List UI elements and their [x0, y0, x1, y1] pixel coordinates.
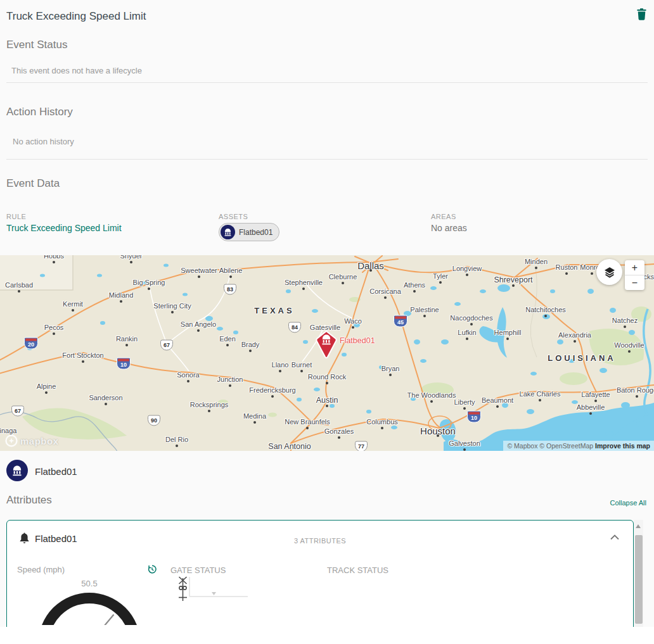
map-town-dot: [535, 267, 537, 269]
divider: [6, 82, 648, 83]
delete-event-button[interactable]: [637, 8, 646, 23]
card-asset-title: Flatbed01: [35, 533, 77, 544]
map-label: Alexandria: [558, 331, 591, 339]
map-label: Junction: [217, 376, 243, 383]
action-history-heading: Action History: [6, 106, 73, 118]
map-label: Palestine: [410, 306, 439, 313]
map-town-dot: [423, 315, 426, 317]
areas-value: No areas: [431, 223, 467, 233]
map-town-dot: [591, 272, 593, 275]
map-town-dot: [466, 274, 468, 276]
map-town-dot: [439, 281, 442, 284]
map-town-dot: [384, 296, 387, 299]
map-town-dot: [306, 427, 309, 429]
history-icon[interactable]: [147, 564, 157, 574]
map-label: Athens: [404, 281, 425, 289]
map-town-dot: [413, 290, 416, 293]
map-town-dot: [226, 344, 229, 346]
map-label: Alpine: [37, 382, 56, 390]
zoom-out-button[interactable]: −: [625, 275, 644, 290]
collapse-all-link[interactable]: Collapse All: [610, 499, 646, 507]
map-town-dot: [18, 290, 20, 293]
map-label: Sterling City: [153, 302, 191, 310]
map-label: Sonora: [177, 371, 199, 379]
map-town-dot: [197, 329, 200, 332]
map-label: Midland: [109, 291, 134, 299]
areas-label: AREAS: [431, 213, 456, 220]
map-label: Hemphill: [494, 329, 522, 336]
map-town-dot: [326, 405, 328, 407]
map-label: Abbeville: [577, 403, 605, 411]
attribute-name-track-status: TRACK STATUS: [327, 565, 388, 575]
map-label: Carlsbad: [5, 281, 33, 289]
attributes-heading: Attributes: [6, 494, 52, 507]
map-town-dot: [53, 261, 55, 263]
map-town-dot: [437, 434, 439, 437]
improve-map-link[interactable]: Improve this map: [595, 442, 650, 450]
map-town-dot: [369, 269, 372, 272]
map-town-dot: [352, 326, 354, 329]
rule-label: RULE: [6, 213, 26, 220]
scrollbar-up-button[interactable]: [634, 522, 643, 530]
map-attribution: © Mapbox © OpenStreetMap Improve this ma…: [503, 441, 654, 451]
map-town-dot: [253, 421, 256, 424]
attributes-card-header[interactable]: Flatbed01 3 ATTRIBUTES: [7, 521, 633, 556]
map-town-dot: [506, 338, 509, 340]
map-town-dot: [381, 427, 383, 429]
map-label: Snyder: [120, 255, 143, 260]
map-town-dot: [589, 412, 592, 415]
map-town-dot: [594, 400, 597, 402]
attribution-text: © Mapbox © OpenStreetMap: [507, 442, 595, 450]
event-status-message: This event does not have a lifecycle: [11, 66, 142, 75]
map-label: Nacogdoches: [450, 314, 492, 322]
map-town-dot: [544, 315, 547, 317]
scrollbar[interactable]: [634, 520, 643, 627]
interstate-shield: 10: [117, 358, 131, 370]
asset-chip[interactable]: Flatbed01: [219, 223, 279, 241]
map-label: Burnet: [292, 361, 312, 369]
event-detail-panel: Truck Exceeding Speed Limit Event Status…: [0, 0, 654, 627]
map-label: Cleburne: [329, 273, 357, 281]
map-town-dot: [105, 403, 107, 405]
map-town-dot: [148, 287, 150, 290]
interstate-shield: 10: [467, 411, 481, 423]
zoom-in-button[interactable]: +: [625, 260, 644, 275]
map-label: Natchez: [612, 317, 638, 324]
map-town-dot: [45, 391, 48, 394]
map-town-dot: [53, 332, 55, 335]
map-town-dot: [574, 340, 576, 343]
map-town-dot: [624, 325, 626, 328]
assets-label: ASSETS: [219, 213, 248, 220]
mapbox-logo[interactable]: mapbox: [5, 434, 59, 447]
map-town-dot: [120, 300, 122, 303]
scrollbar-thumb[interactable]: [635, 535, 643, 624]
chevron-up-icon[interactable]: [610, 534, 619, 540]
map-town-dot: [176, 445, 178, 447]
flatbed-truck-icon: [11, 464, 23, 477]
interstate-shield: 20: [24, 338, 38, 350]
map-label: Fort Stockton: [62, 351, 103, 359]
map-label: Abilene: [219, 267, 243, 274]
map[interactable]: CarlsbadHobbsSnyderSweetwaterAbileneBig …: [0, 255, 654, 451]
map-label: Kermit: [63, 300, 83, 308]
map-label: Stephenville: [285, 279, 323, 286]
map-town-dot: [628, 350, 631, 353]
map-town-dot: [271, 395, 274, 398]
map-layers-button[interactable]: [596, 259, 622, 285]
map-label: Bryan: [382, 365, 400, 372]
rule-link[interactable]: Truck Exceeding Speed Limit: [6, 223, 122, 233]
map-label: Minden: [525, 258, 548, 265]
map-town-dot: [539, 399, 541, 401]
map-label: Natchitoches: [525, 306, 566, 313]
attribute-count: 3 ATTRIBUTES: [294, 537, 346, 545]
map-town-dot: [198, 275, 200, 278]
map-town-dot: [338, 436, 340, 439]
trash-icon: [637, 8, 646, 20]
asset-map-marker[interactable]: [315, 330, 338, 362]
map-town-dot: [512, 284, 515, 287]
map-town-dot: [430, 400, 433, 403]
map-label: Big Spring: [133, 279, 165, 286]
map-town-dot: [187, 380, 189, 382]
map-town-dot: [466, 338, 468, 340]
layers-icon: [603, 266, 616, 279]
